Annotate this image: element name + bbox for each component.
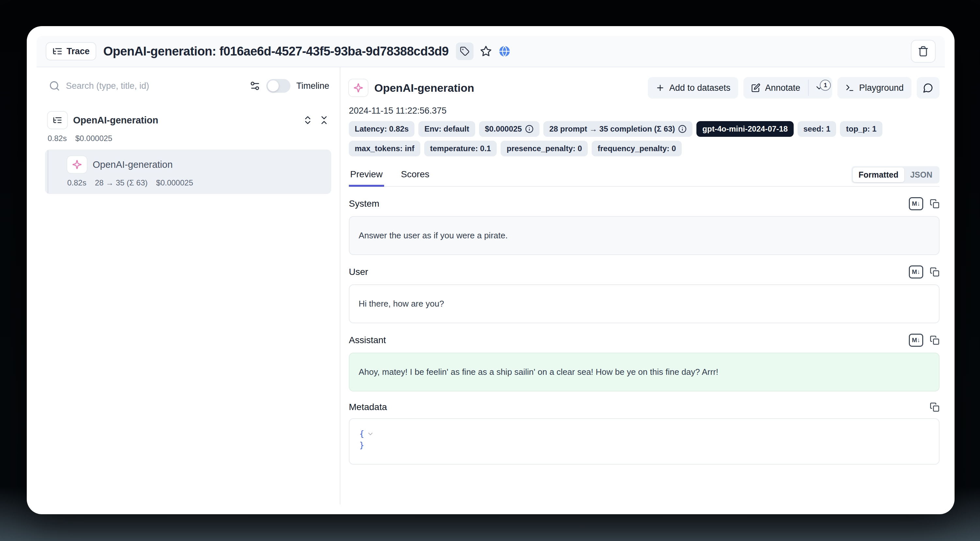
annotate-dropdown-button[interactable]: 1: [809, 77, 832, 99]
json-open-brace[interactable]: {: [359, 428, 364, 439]
copy-button[interactable]: [930, 402, 940, 412]
delete-trace-button[interactable]: [911, 40, 935, 63]
user-message: Hi there, how are you?: [349, 284, 940, 323]
expand-all-button[interactable]: [302, 115, 313, 125]
latency-badge: Latency: 0.82s: [349, 121, 414, 137]
view-json-option[interactable]: JSON: [904, 168, 938, 182]
page-title: OpenAI-generation: f016ae6d-4527-43f5-93…: [103, 45, 449, 59]
top-p-badge: top_p: 1: [840, 121, 882, 137]
list-tree-icon: [52, 115, 62, 125]
annotate-button-group: Annotate 1: [743, 77, 832, 99]
generation-node-badge: [67, 155, 88, 174]
user-section: User M↓ Hi there, how are you?: [349, 265, 940, 323]
tags-button[interactable]: [456, 42, 474, 60]
badges-row-2: max_tokens: inf temperature: 0.1 presenc…: [349, 141, 940, 156]
copy-icon: [930, 335, 940, 345]
json-close-brace: }: [359, 439, 364, 451]
child-tokens: 28 → 35 (Σ 63): [95, 178, 148, 187]
add-to-datasets-button[interactable]: Add to datasets: [648, 77, 738, 99]
assistant-message: Ahoy, matey! I be feelin' as fine as a s…: [349, 353, 940, 391]
copy-icon: [930, 267, 940, 277]
root-cost: $0.000025: [75, 134, 112, 143]
observation-title: OpenAI-generation: [374, 81, 474, 94]
generation-sparkle-icon: [72, 160, 82, 169]
system-message: Answer the user as if you were a pirate.: [349, 216, 940, 255]
info-icon: [525, 125, 534, 133]
copy-icon: [930, 199, 940, 209]
trace-tree-sidebar: Timeline OpenAI-generation: [37, 67, 340, 504]
plus-icon: [655, 83, 665, 93]
child-cost: $0.000025: [156, 178, 193, 187]
terminal-icon: [845, 83, 854, 93]
copy-button[interactable]: [930, 267, 940, 277]
filter-settings-button[interactable]: [249, 80, 261, 91]
trash-icon: [918, 46, 929, 57]
badges-row-1: Latency: 0.82s Env: default $0.000025 28…: [349, 121, 940, 137]
collapse-all-button[interactable]: [319, 115, 329, 125]
comments-button[interactable]: [917, 77, 940, 99]
child-latency: 0.82s: [67, 178, 86, 187]
tokens-badge[interactable]: 28 prompt → 35 completion (Σ 63): [543, 121, 692, 137]
copy-icon: [930, 402, 940, 412]
frequency-penalty-badge: frequency_penalty: 0: [592, 141, 682, 156]
view-mode-toggle: Formatted JSON: [851, 166, 940, 184]
section-title: System: [349, 198, 379, 209]
temperature-badge: temperature: 0.1: [424, 141, 497, 156]
bookmark-star-button[interactable]: [480, 45, 492, 57]
assistant-section: Assistant M↓ Ahoy, matey! I be feelin' a…: [349, 334, 940, 391]
star-icon: [480, 45, 492, 57]
sliders-icon: [249, 80, 261, 91]
timestamp: 2024-11-15 11:22:56.375: [349, 106, 940, 116]
section-title: User: [349, 267, 368, 277]
section-title: Metadata: [349, 402, 387, 412]
tab-preview[interactable]: Preview: [349, 166, 384, 186]
timeline-toggle-label: Timeline: [296, 81, 329, 91]
view-formatted-option[interactable]: Formatted: [853, 168, 904, 182]
json-collapse-chevron-icon[interactable]: [367, 430, 374, 437]
copy-button[interactable]: [930, 335, 940, 345]
search-input[interactable]: [66, 81, 243, 91]
model-badge[interactable]: gpt-4o-mini-2024-07-18: [697, 121, 793, 137]
env-badge: Env: default: [418, 121, 475, 137]
pen-square-icon: [751, 83, 760, 93]
tree-generation-item-selected[interactable]: OpenAI-generation 0.82s 28 → 35 (Σ 63) $…: [45, 150, 331, 194]
trace-node-badge: [47, 111, 68, 129]
max-tokens-badge: max_tokens: inf: [349, 141, 420, 156]
public-share-button[interactable]: [498, 45, 511, 57]
chevrons-up-down-icon: [302, 115, 313, 125]
trace-type-chip: Trace: [46, 42, 96, 61]
app-window: Trace OpenAI-generation: f016ae6d-4527-4…: [27, 26, 955, 514]
chevrons-down-up-icon: [319, 115, 329, 125]
tabs-bar: Preview Scores Formatted JSON: [349, 166, 940, 187]
info-icon: [678, 125, 687, 133]
search-icon: [49, 80, 60, 91]
presence-penalty-badge: presence_penalty: 0: [501, 141, 588, 156]
generation-sparkle-icon: [353, 83, 363, 93]
comment-bubble-icon: [923, 83, 933, 93]
copy-button[interactable]: [930, 199, 940, 209]
tree-root-item[interactable]: OpenAI-generation: [45, 111, 331, 129]
system-section: System M↓ Answer the user as if you were…: [349, 197, 940, 255]
tree-root-label: OpenAI-generation: [73, 115, 158, 126]
globe-icon: [498, 45, 511, 57]
root-latency: 0.82s: [48, 134, 67, 143]
annotation-count-badge: 1: [820, 80, 831, 91]
tree-child-label: OpenAI-generation: [93, 159, 173, 170]
seed-badge: seed: 1: [797, 121, 837, 137]
trace-header: Trace OpenAI-generation: f016ae6d-4527-4…: [37, 36, 945, 67]
markdown-toggle-icon[interactable]: M↓: [909, 197, 923, 210]
metadata-json-viewer: { }: [349, 418, 940, 464]
tab-scores[interactable]: Scores: [400, 166, 431, 186]
cost-badge[interactable]: $0.000025: [479, 121, 539, 137]
list-tree-icon: [52, 46, 63, 56]
markdown-toggle-icon[interactable]: M↓: [909, 265, 923, 279]
timeline-toggle[interactable]: [266, 79, 290, 93]
observation-detail-panel: OpenAI-generation Add to datasets Annota…: [340, 67, 945, 504]
section-title: Assistant: [349, 335, 386, 345]
markdown-toggle-icon[interactable]: M↓: [909, 334, 923, 347]
annotate-button[interactable]: Annotate: [743, 77, 808, 99]
metadata-section: Metadata { }: [349, 402, 940, 464]
trace-chip-label: Trace: [67, 46, 90, 56]
playground-button[interactable]: Playground: [837, 77, 912, 99]
tag-icon: [460, 46, 469, 56]
